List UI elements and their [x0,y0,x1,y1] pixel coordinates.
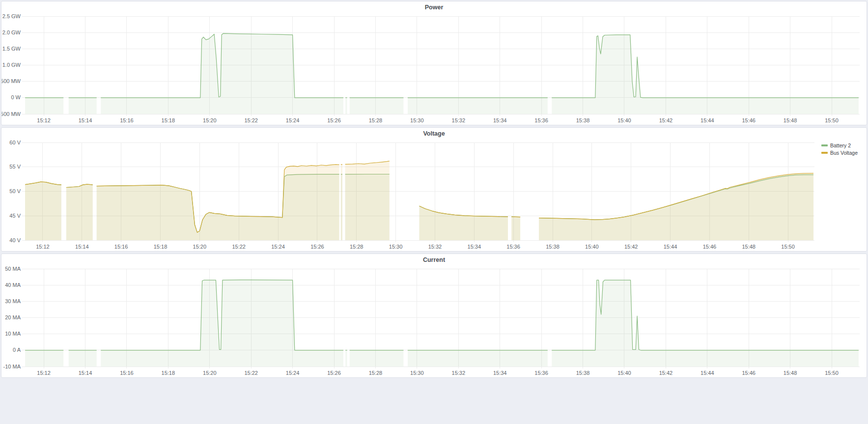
current-panel: Current 50 MA40 MA30 MA20 MA10 MA0 A-10 … [1,254,867,378]
svg-text:20 MA: 20 MA [5,314,21,320]
svg-text:2.0 GW: 2.0 GW [2,29,21,35]
legend-swatch-bus-voltage-icon [821,152,828,154]
svg-text:15:18: 15:18 [154,244,168,250]
svg-text:15:20: 15:20 [203,370,217,376]
svg-text:15:36: 15:36 [534,370,548,376]
svg-text:1.0 GW: 1.0 GW [2,62,21,68]
svg-text:15:30: 15:30 [410,117,424,123]
svg-text:15:38: 15:38 [546,244,560,250]
svg-text:15:22: 15:22 [244,117,258,123]
svg-text:15:26: 15:26 [327,117,341,123]
svg-text:500 MW: 500 MW [1,78,21,84]
svg-text:15:48: 15:48 [742,244,756,250]
svg-text:15:20: 15:20 [203,117,217,123]
svg-text:15:28: 15:28 [369,117,383,123]
svg-text:15:42: 15:42 [624,244,638,250]
svg-text:15:48: 15:48 [784,117,797,123]
svg-text:15:16: 15:16 [120,117,134,123]
svg-text:15:24: 15:24 [286,117,300,123]
y-axis-labels: 2.5 GW2.0 GW1.5 GW1.0 GW500 MW0 W-500 MW [1,13,21,117]
svg-text:15:20: 15:20 [193,244,207,250]
svg-text:15:18: 15:18 [162,370,175,376]
svg-text:15:34: 15:34 [468,244,481,250]
svg-text:15:38: 15:38 [576,370,590,376]
svg-text:15:50: 15:50 [825,370,839,376]
svg-text:15:50: 15:50 [781,244,795,250]
legend-item-bus-voltage[interactable]: Bus Voltage [821,150,858,156]
svg-text:15:12: 15:12 [37,117,51,123]
svg-text:45 V: 45 V [9,213,21,219]
y-axis-labels: 50 MA40 MA30 MA20 MA10 MA0 A-10 MA [3,266,21,369]
svg-text:15:36: 15:36 [534,117,548,123]
x-axis-labels: 15:1215:1415:1615:1815:2015:2215:2415:26… [36,244,795,250]
svg-text:15:22: 15:22 [232,244,246,250]
svg-text:15:16: 15:16 [120,370,134,376]
x-axis-labels: 15:1215:1415:1615:1815:2015:2215:2415:26… [37,370,838,376]
svg-text:15:46: 15:46 [703,244,717,250]
dashboard: Power 2.5 GW2.0 GW1.5 GW1.0 GW500 MW0 W-… [1,1,867,378]
power-panel-body: 2.5 GW2.0 GW1.5 GW1.0 GW500 MW0 W-500 MW… [1,13,867,125]
voltage-legend: Battery 2 Bus Voltage [821,140,867,251]
svg-text:0 W: 0 W [11,94,21,100]
current-panel-body: 50 MA40 MA30 MA20 MA10 MA0 A-10 MA15:121… [1,266,867,377]
series-power [25,33,859,114]
svg-text:55 V: 55 V [9,164,21,170]
svg-text:15:44: 15:44 [700,117,714,123]
svg-text:15:22: 15:22 [244,370,258,376]
svg-text:15:32: 15:32 [452,117,466,123]
voltage-chart[interactable]: 60 V55 V50 V45 V40 V15:1215:1415:1615:18… [1,140,821,251]
svg-text:15:36: 15:36 [506,244,520,250]
svg-text:15:50: 15:50 [825,117,839,123]
legend-label-battery-2: Battery 2 [830,142,851,148]
svg-text:15:32: 15:32 [452,370,466,376]
svg-text:15:38: 15:38 [576,117,590,123]
svg-text:60 V: 60 V [9,140,21,145]
svg-text:15:24: 15:24 [286,370,300,376]
svg-text:10 MA: 10 MA [5,331,21,337]
svg-text:40 MA: 40 MA [5,282,21,288]
svg-text:15:12: 15:12 [37,370,51,376]
svg-text:-10 MA: -10 MA [3,364,21,369]
svg-text:15:42: 15:42 [659,117,673,123]
svg-text:15:14: 15:14 [75,244,89,250]
svg-text:15:44: 15:44 [700,370,714,376]
svg-text:15:18: 15:18 [162,117,175,123]
svg-text:15:48: 15:48 [784,370,797,376]
svg-text:15:42: 15:42 [659,370,673,376]
svg-text:1.5 GW: 1.5 GW [2,46,21,52]
svg-text:15:40: 15:40 [617,117,631,123]
svg-text:15:40: 15:40 [617,370,631,376]
panel-title-power[interactable]: Power [1,1,867,13]
svg-text:15:40: 15:40 [585,244,599,250]
svg-text:15:44: 15:44 [664,244,677,250]
svg-text:15:14: 15:14 [79,117,92,123]
panel-title-current[interactable]: Current [1,254,867,266]
legend-item-battery-2[interactable]: Battery 2 [821,142,851,148]
svg-text:0 A: 0 A [13,347,21,353]
svg-text:15:26: 15:26 [327,370,341,376]
legend-swatch-battery-2-icon [821,144,828,146]
power-chart[interactable]: 2.5 GW2.0 GW1.5 GW1.0 GW500 MW0 W-500 MW… [1,13,867,125]
svg-text:15:34: 15:34 [493,370,507,376]
svg-text:15:24: 15:24 [271,244,285,250]
svg-text:40 V: 40 V [9,237,21,243]
voltage-panel: Voltage 60 V55 V50 V45 V40 V15:1215:1415… [1,127,867,252]
series-current [25,280,859,367]
svg-text:50 MA: 50 MA [5,266,21,272]
svg-text:50 V: 50 V [9,188,21,194]
svg-text:15:34: 15:34 [493,117,507,123]
svg-text:2.5 GW: 2.5 GW [2,13,21,19]
y-axis-labels: 60 V55 V50 V45 V40 V [9,140,21,243]
x-axis-labels: 15:1215:1415:1615:1815:2015:2215:2415:26… [37,117,838,123]
svg-text:15:30: 15:30 [410,370,424,376]
svg-text:15:12: 15:12 [36,244,50,250]
svg-text:15:28: 15:28 [369,370,383,376]
panel-title-voltage[interactable]: Voltage [1,128,867,140]
power-panel: Power 2.5 GW2.0 GW1.5 GW1.0 GW500 MW0 W-… [1,1,867,125]
svg-text:-500 MW: -500 MW [1,111,21,117]
svg-text:15:46: 15:46 [742,117,756,123]
svg-text:15:14: 15:14 [79,370,92,376]
svg-text:15:32: 15:32 [428,244,442,250]
series-bus-voltage [25,161,813,240]
current-chart[interactable]: 50 MA40 MA30 MA20 MA10 MA0 A-10 MA15:121… [1,266,867,377]
